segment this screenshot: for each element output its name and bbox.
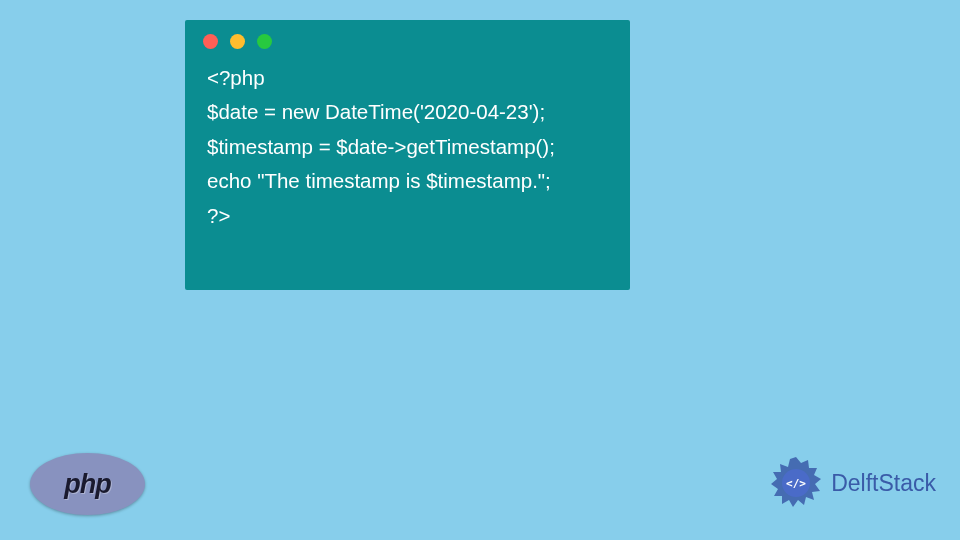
php-logo: php <box>30 453 145 515</box>
close-icon <box>203 34 218 49</box>
delftstack-logo: </> DelftStack <box>767 454 936 512</box>
code-line: $timestamp = $date->getTimestamp(); <box>207 130 608 164</box>
code-line: echo "The timestamp is $timestamp."; <box>207 164 608 198</box>
maximize-icon <box>257 34 272 49</box>
code-content: <?php $date = new DateTime('2020-04-23')… <box>185 57 630 237</box>
code-line: $date = new DateTime('2020-04-23'); <box>207 95 608 129</box>
php-logo-text: php <box>64 469 110 500</box>
code-line: <?php <box>207 61 608 95</box>
window-controls <box>185 20 630 57</box>
minimize-icon <box>230 34 245 49</box>
php-logo-ellipse: php <box>30 453 145 515</box>
delftstack-icon: </> <box>767 454 825 512</box>
code-line: ?> <box>207 199 608 233</box>
delftstack-text: DelftStack <box>831 470 936 497</box>
code-window: <?php $date = new DateTime('2020-04-23')… <box>185 20 630 290</box>
svg-text:</>: </> <box>786 477 806 490</box>
